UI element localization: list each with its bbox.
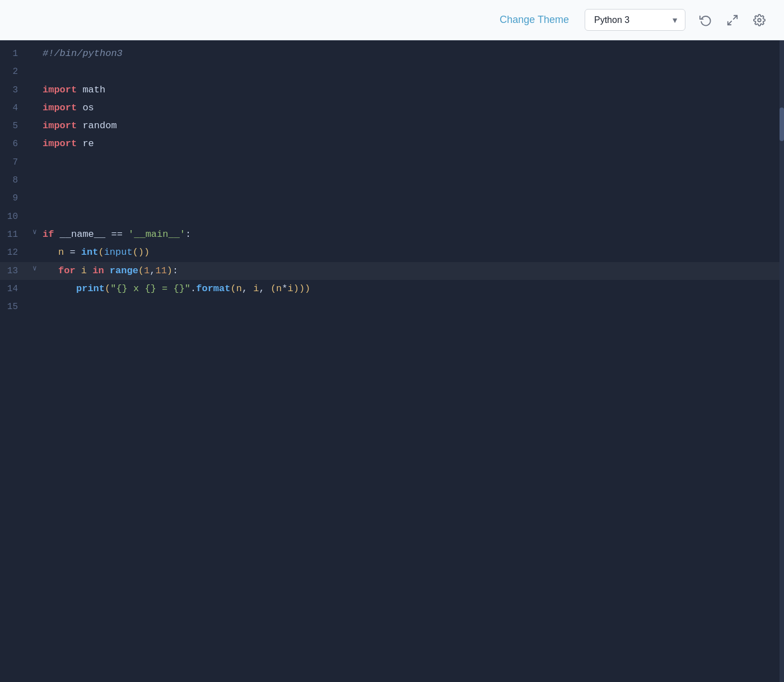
- table-row: 12 n = int(input()): [0, 244, 784, 261]
- code-content: import random: [40, 117, 117, 135]
- table-row: 9: [0, 189, 784, 207]
- code-content: [40, 189, 48, 207]
- line-number: 9: [0, 189, 29, 207]
- header: Change Theme Python 3 JavaScript Java C+…: [0, 0, 784, 40]
- code-content: [40, 153, 48, 171]
- table-row: 2: [0, 63, 784, 81]
- table-row: 6 import re: [0, 135, 784, 153]
- line-number: 1: [0, 45, 29, 62]
- history-icon: [699, 14, 712, 26]
- language-select-wrapper: Python 3 JavaScript Java C++ Ruby ▼: [585, 9, 685, 31]
- code-content: [40, 208, 48, 226]
- table-row: 1 #!/bin/python3: [0, 45, 784, 63]
- fullscreen-icon: [726, 14, 739, 26]
- table-row: 4 import os: [0, 99, 784, 117]
- table-row: 15: [0, 298, 784, 316]
- code-content: #!/bin/python3: [40, 45, 123, 63]
- table-row: 3 import math: [0, 81, 784, 99]
- svg-line-1: [728, 21, 731, 24]
- code-content: [40, 298, 48, 316]
- line-number: 10: [0, 208, 29, 225]
- history-button[interactable]: [694, 9, 717, 31]
- table-row: 11 ∨ if __name__ == '__main__':: [0, 226, 784, 244]
- line-number: 3: [0, 81, 29, 99]
- language-select[interactable]: Python 3 JavaScript Java C++ Ruby: [585, 9, 685, 31]
- table-row: 7: [0, 153, 784, 171]
- code-content: [40, 63, 48, 81]
- svg-point-2: [758, 18, 761, 22]
- line-number: 12: [0, 244, 29, 261]
- line-number: 2: [0, 63, 29, 80]
- code-content: for i in range(1,11):: [40, 262, 178, 280]
- line-number: 4: [0, 99, 29, 116]
- scrollbar-thumb[interactable]: [780, 108, 784, 141]
- gear-icon: [753, 14, 766, 26]
- table-row: 10: [0, 208, 784, 226]
- line-number: 7: [0, 153, 29, 171]
- table-row: 5 import random: [0, 117, 784, 135]
- code-lines: 1 #!/bin/python3 2 3 import math 4 impor…: [0, 45, 784, 316]
- line-number: 11: [0, 226, 29, 243]
- fold-indicator-13[interactable]: ∨: [29, 262, 40, 276]
- code-content: import os: [40, 99, 94, 117]
- code-content: print("{} x {} = {}".format(n, i, (n*i))…: [40, 280, 310, 298]
- code-editor[interactable]: 1 #!/bin/python3 2 3 import math 4 impor…: [0, 40, 784, 682]
- code-content: [40, 171, 48, 189]
- line-number: 8: [0, 171, 29, 189]
- line-number: 5: [0, 117, 29, 134]
- svg-line-0: [734, 15, 737, 18]
- line-number: 13: [0, 262, 29, 279]
- code-content: n = int(input()): [40, 244, 150, 261]
- line-number: 6: [0, 135, 29, 152]
- table-row: 13 ∨ for i in range(1,11):: [0, 262, 784, 280]
- scrollbar-gutter: [780, 40, 784, 682]
- change-theme-button[interactable]: Change Theme: [493, 10, 576, 30]
- line-number: 15: [0, 298, 29, 315]
- table-row: 8: [0, 171, 784, 189]
- settings-button[interactable]: [748, 9, 771, 31]
- code-content: import math: [40, 81, 105, 99]
- line-number: 14: [0, 280, 29, 297]
- toolbar-icons: [694, 9, 771, 31]
- code-content: import re: [40, 135, 94, 153]
- fullscreen-button[interactable]: [721, 9, 744, 31]
- fold-indicator-11[interactable]: ∨: [29, 226, 40, 240]
- table-row: 14 print("{} x {} = {}".format(n, i, (n*…: [0, 280, 784, 298]
- code-content: if __name__ == '__main__':: [40, 226, 191, 244]
